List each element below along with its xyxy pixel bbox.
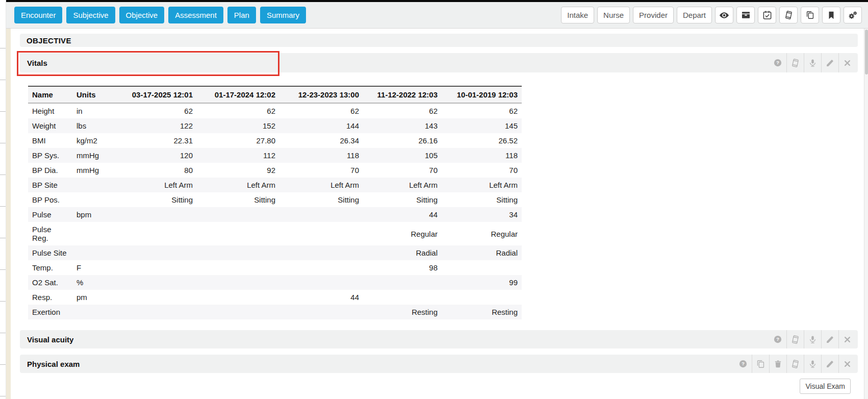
table-row: Pulse SiteRadialRadial xyxy=(28,245,522,260)
table-cell: 99 xyxy=(442,275,522,290)
table-cell: Radial xyxy=(442,245,522,260)
book-button[interactable] xyxy=(779,7,798,23)
book-icon[interactable] xyxy=(786,330,804,348)
scrollbar-thumb[interactable] xyxy=(865,30,868,74)
table-cell: Regular xyxy=(442,222,522,245)
table-cell: Left Arm xyxy=(442,178,522,192)
close-icon[interactable] xyxy=(838,53,856,72)
table-cell: 143 xyxy=(363,118,442,133)
pencil-icon[interactable] xyxy=(821,355,838,373)
nav-button-subjective[interactable]: Subjective xyxy=(66,7,115,23)
vertical-scrollbar[interactable] xyxy=(864,29,868,399)
table-cell: 120 xyxy=(116,148,197,163)
table-cell: lbs xyxy=(72,118,116,133)
question-circle-icon[interactable]: ? xyxy=(734,355,752,373)
provider-button[interactable]: Provider xyxy=(633,7,674,23)
archive-box-button[interactable] xyxy=(736,7,755,23)
nav-button-plan[interactable]: Plan xyxy=(227,7,256,23)
vitals-section-bar[interactable]: Vitals ? xyxy=(20,53,858,72)
question-circle-icon[interactable]: ? xyxy=(769,53,786,72)
table-cell xyxy=(116,290,197,305)
table-cell: 62 xyxy=(363,103,442,118)
table-cell xyxy=(197,290,279,305)
gears-button[interactable] xyxy=(844,7,862,23)
nurse-button[interactable]: Nurse xyxy=(597,7,630,23)
close-icon[interactable] xyxy=(838,330,856,348)
nav-button-summary[interactable]: Summary xyxy=(260,7,306,23)
eye-button[interactable] xyxy=(715,7,733,23)
svg-text:?: ? xyxy=(776,337,779,342)
table-cell: 22.31 xyxy=(116,133,197,148)
table-cell xyxy=(72,192,116,207)
table-row: Pulsebpm4434 xyxy=(28,207,522,222)
gears-icon xyxy=(848,10,858,20)
book-icon[interactable] xyxy=(786,355,804,373)
table-cell: O2 Sat. xyxy=(28,275,72,290)
close-icon[interactable] xyxy=(838,355,856,373)
physical-exam-section-icons: ? xyxy=(734,355,858,373)
table-cell: Left Arm xyxy=(197,178,279,192)
table-cell xyxy=(279,260,363,275)
table-cell: BP Pos. xyxy=(28,192,72,207)
table-cell xyxy=(197,222,279,245)
table-cell xyxy=(197,260,279,275)
table-row: Pulse Reg.RegularRegular xyxy=(28,222,522,245)
table-cell: 145 xyxy=(442,118,522,133)
copy-icon[interactable] xyxy=(752,355,769,373)
table-row: O2 Sat.%99 xyxy=(28,275,522,290)
table-cell: 70 xyxy=(363,163,442,178)
table-cell xyxy=(279,222,363,245)
nav-button-encounter[interactable]: Encounter xyxy=(14,7,62,23)
archive-box-icon xyxy=(741,10,751,20)
table-row: BP Dia.mmHg8092707070 xyxy=(28,163,522,178)
table-cell: kg/m2 xyxy=(72,133,116,148)
table-cell: Pulse Site xyxy=(28,245,72,260)
table-row: Resp.pm44 xyxy=(28,290,522,305)
table-cell: 144 xyxy=(279,118,363,133)
table-cell xyxy=(279,275,363,290)
table-cell xyxy=(116,305,197,319)
table-cell: 26.52 xyxy=(442,133,522,148)
table-cell xyxy=(442,260,522,275)
nav-button-objective[interactable]: Objective xyxy=(119,7,165,23)
pencil-icon[interactable] xyxy=(821,53,838,72)
microphone-icon[interactable] xyxy=(804,330,821,348)
depart-button[interactable]: Depart xyxy=(677,7,712,23)
intake-button[interactable]: Intake xyxy=(561,7,594,23)
table-cell: BMI xyxy=(28,133,72,148)
table-cell: Resting xyxy=(442,305,522,319)
book-icon[interactable] xyxy=(786,53,804,72)
physical-exam-section-bar[interactable]: Physical exam ? xyxy=(20,355,858,373)
table-cell: 70 xyxy=(279,163,363,178)
table-cell: 92 xyxy=(197,163,279,178)
visual-exam-button[interactable]: Visual Exam xyxy=(800,379,851,394)
table-cell: Sitting xyxy=(279,192,363,207)
vitals-section-title: Vitals xyxy=(20,59,47,67)
table-cell: Sitting xyxy=(116,192,197,207)
table-cell: 122 xyxy=(116,118,197,133)
table-cell: Left Arm xyxy=(279,178,363,192)
nav-button-assessment[interactable]: Assessment xyxy=(168,7,223,23)
microphone-icon[interactable] xyxy=(804,355,821,373)
table-cell: mmHg xyxy=(72,163,116,178)
table-cell: Resting xyxy=(363,305,442,319)
column-header: 01-17-2024 12:02 xyxy=(197,86,279,103)
calendar-check-button[interactable] xyxy=(758,7,776,23)
table-cell: 62 xyxy=(197,103,279,118)
objective-heading-bar: OBJECTIVE xyxy=(20,34,858,47)
vitals-section-icons: ? xyxy=(769,53,858,72)
visual-acuity-section-bar[interactable]: Visual acuity ? xyxy=(20,330,858,348)
trash-icon[interactable] xyxy=(769,355,786,373)
table-cell: BP Site xyxy=(28,178,72,192)
table-cell xyxy=(442,290,522,305)
table-cell: F xyxy=(72,260,116,275)
copy-icon xyxy=(805,10,815,20)
table-cell: pm xyxy=(72,290,116,305)
table-row: BP Sys.mmHg120112118105118 xyxy=(28,148,522,163)
pencil-icon[interactable] xyxy=(821,330,838,348)
microphone-icon[interactable] xyxy=(804,53,821,72)
question-circle-icon[interactable]: ? xyxy=(769,330,786,348)
bookmark-button[interactable] xyxy=(822,7,840,23)
copy-button[interactable] xyxy=(801,7,819,23)
content-area: OBJECTIVE Vitals ? NameUnits03-17-2025 1… xyxy=(11,29,864,399)
